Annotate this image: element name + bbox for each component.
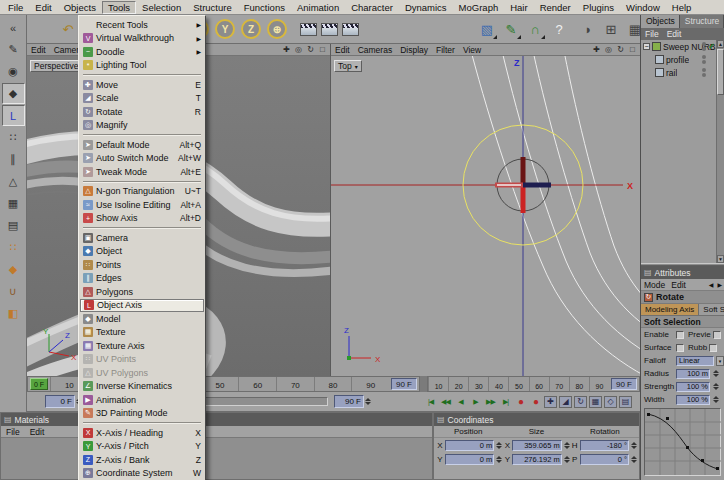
scroll-up-icon[interactable]: ▲ bbox=[717, 40, 724, 48]
timeline-options-button[interactable]: ▤ bbox=[619, 396, 632, 408]
value-spinner-icon[interactable] bbox=[713, 394, 719, 406]
value-spinner-icon[interactable] bbox=[496, 453, 502, 465]
edges-mode-button[interactable]: ∥ bbox=[2, 149, 25, 170]
play-button[interactable]: ▶ bbox=[468, 394, 483, 409]
value-spinner-icon[interactable] bbox=[713, 368, 719, 380]
current-frame-handle[interactable]: 0 F bbox=[30, 378, 48, 390]
menu-item-object-axis[interactable]: LObject Axis bbox=[80, 299, 204, 313]
menu-item-doodle[interactable]: ~Doodle▶ bbox=[80, 45, 204, 59]
history-forward-icon[interactable]: ▶ bbox=[715, 281, 724, 288]
menu-item-magnify[interactable]: ◎Magnify bbox=[80, 119, 204, 133]
menu-animation[interactable]: Animation bbox=[291, 1, 345, 14]
top-menu-filter[interactable]: Filter bbox=[432, 45, 459, 55]
history-back-icon[interactable]: ◀ bbox=[707, 281, 716, 288]
menu-item-lighting-tool[interactable]: *Lighting Tool bbox=[80, 59, 204, 73]
menu-hair[interactable]: Hair bbox=[504, 1, 533, 14]
menu-item-model[interactable]: ◆Model bbox=[80, 312, 204, 326]
end-frame-field[interactable]: 90 F bbox=[334, 395, 364, 408]
rotation-field[interactable]: -180 ° bbox=[580, 440, 629, 451]
zoom-view-icon[interactable]: ◎ bbox=[293, 45, 304, 55]
attributes-menu-mode[interactable]: Mode bbox=[641, 280, 668, 290]
record-rotation-button[interactable]: ↻ bbox=[574, 396, 587, 408]
menu-tools[interactable]: Tools bbox=[102, 1, 136, 14]
array-tool-button[interactable]: ∷ bbox=[2, 237, 25, 258]
add-nurbs-button[interactable]: ∩ bbox=[524, 17, 546, 41]
top-menu-cameras[interactable]: Cameras bbox=[354, 45, 396, 55]
soft-selection-section-header[interactable]: Soft Selection bbox=[641, 316, 724, 328]
previe-checkbox[interactable] bbox=[713, 331, 721, 339]
z-axis-lock-button[interactable]: Z bbox=[241, 19, 261, 39]
menu-item-rotate[interactable]: ↻RotateR bbox=[80, 105, 204, 119]
objects-menu-file[interactable]: File bbox=[641, 29, 663, 39]
menu-mograph[interactable]: MoGraph bbox=[453, 1, 505, 14]
rotation-field[interactable]: 0 ° bbox=[580, 454, 629, 465]
texture-mode-button[interactable]: ▦ bbox=[2, 193, 25, 214]
polygons-mode-button[interactable]: △ bbox=[2, 171, 25, 192]
strength-field[interactable]: 100 % bbox=[676, 382, 710, 392]
rubb-checkbox[interactable] bbox=[709, 344, 717, 352]
value-spinner-icon[interactable] bbox=[564, 439, 570, 451]
render-settings-button[interactable] bbox=[342, 23, 359, 36]
coordinate-system-button[interactable]: ⊕ bbox=[267, 19, 287, 39]
menu-objects[interactable]: Objects bbox=[58, 1, 102, 14]
rotate-view-icon[interactable]: ↻ bbox=[615, 45, 626, 55]
magnet-tool-button[interactable]: ∪ bbox=[2, 281, 25, 302]
radius-field[interactable]: 100 m bbox=[676, 369, 710, 379]
animation-ruler[interactable]: 102030405060708090 90 F bbox=[427, 376, 640, 392]
menu-item-polygons[interactable]: △Polygons bbox=[80, 285, 204, 299]
falloff-dropdown[interactable]: Linear bbox=[676, 356, 714, 366]
top-view-canvas[interactable]: Z X Z X Top ▾ bbox=[331, 56, 640, 376]
materials-menu-edit[interactable]: Edit bbox=[25, 427, 50, 437]
enable-checkbox[interactable] bbox=[676, 331, 684, 339]
falloff-curve-graph[interactable] bbox=[644, 408, 721, 476]
menu-item-use-isoline-editing[interactable]: ≈Use Isoline EditingAlt+A bbox=[80, 198, 204, 212]
texture-axis-mode-button[interactable]: ▤ bbox=[2, 215, 25, 236]
menu-help[interactable]: Help bbox=[666, 1, 698, 14]
menu-item-y-axis-pitch[interactable]: YY-Axis / PitchY bbox=[80, 440, 204, 454]
menu-item-z-axis-bank[interactable]: ZZ-Axis / BankZ bbox=[80, 453, 204, 467]
undo-button[interactable]: ↶ bbox=[57, 17, 79, 41]
prev-key-button[interactable]: ◀◀ bbox=[438, 394, 453, 409]
dropdown-arrow-icon[interactable]: ▾ bbox=[716, 356, 724, 366]
menu-structure[interactable]: Structure bbox=[187, 1, 238, 14]
menu-item-scale[interactable]: ◢ScaleT bbox=[80, 92, 204, 106]
width-field[interactable]: 100 % bbox=[676, 395, 710, 405]
display-mode-button[interactable]: ◑ bbox=[576, 17, 598, 41]
render-view-button[interactable] bbox=[300, 23, 317, 36]
size-field[interactable]: 276.192 m bbox=[512, 454, 561, 465]
menu-selection[interactable]: Selection bbox=[136, 1, 187, 14]
menu-render[interactable]: Render bbox=[534, 1, 577, 14]
maximize-view-icon[interactable]: □ bbox=[627, 45, 638, 55]
menu-item-virtual-walkthrough[interactable]: VVirtual Walkthrough▶ bbox=[80, 32, 204, 46]
record-pla-button[interactable]: ◇ bbox=[604, 396, 617, 408]
menu-item-coordinate-system[interactable]: ⊕Coordinate SystemW bbox=[80, 467, 204, 480]
menu-item-default-mode[interactable]: ➤Default ModeAlt+Q bbox=[80, 138, 204, 152]
record-scale-button[interactable]: ◢ bbox=[559, 396, 572, 408]
value-spinner-icon[interactable] bbox=[631, 439, 637, 451]
zoom-view-icon[interactable]: ◎ bbox=[603, 45, 614, 55]
maximize-view-icon[interactable]: □ bbox=[317, 45, 328, 55]
scroll-down-icon[interactable]: ▼ bbox=[717, 255, 724, 263]
instance-tool-button[interactable]: ◆ bbox=[2, 259, 25, 280]
materials-list-area[interactable] bbox=[1, 438, 432, 479]
tree-item-sweep-nurbs[interactable]: −Sweep NURBS✓ bbox=[641, 40, 716, 53]
collapse-palette-button[interactable]: « bbox=[2, 17, 25, 38]
tab-structure[interactable]: Structure bbox=[680, 15, 724, 28]
menu-item-show-axis[interactable]: +Show AxisAlt+D bbox=[80, 212, 204, 226]
points-mode-button[interactable]: ∷ bbox=[2, 127, 25, 148]
tab-objects[interactable]: Objects bbox=[641, 15, 680, 28]
rotate-view-icon[interactable]: ↻ bbox=[305, 45, 316, 55]
menu-item-n-gon-triangulation[interactable]: △N-gon TriangulationU~T bbox=[80, 185, 204, 199]
goto-end-button[interactable]: ▶| bbox=[498, 394, 513, 409]
menu-item-x-axis-heading[interactable]: XX-Axis / HeadingX bbox=[80, 426, 204, 440]
tree-item-profile[interactable]: profile bbox=[641, 53, 716, 66]
menu-item-camera[interactable]: ▣Camera bbox=[80, 231, 204, 245]
add-spline-button[interactable]: ✎ bbox=[500, 17, 522, 41]
materials-menu-file[interactable]: File bbox=[1, 427, 25, 437]
perspective-menu-edit[interactable]: Edit bbox=[27, 45, 50, 55]
next-frame-button[interactable]: ▶▶ bbox=[483, 394, 498, 409]
scroll-track[interactable] bbox=[717, 96, 724, 255]
top-menu-display[interactable]: Display bbox=[396, 45, 432, 55]
menu-item-object[interactable]: ◆Object bbox=[80, 245, 204, 259]
record-position-button[interactable]: ✚ bbox=[544, 396, 557, 408]
